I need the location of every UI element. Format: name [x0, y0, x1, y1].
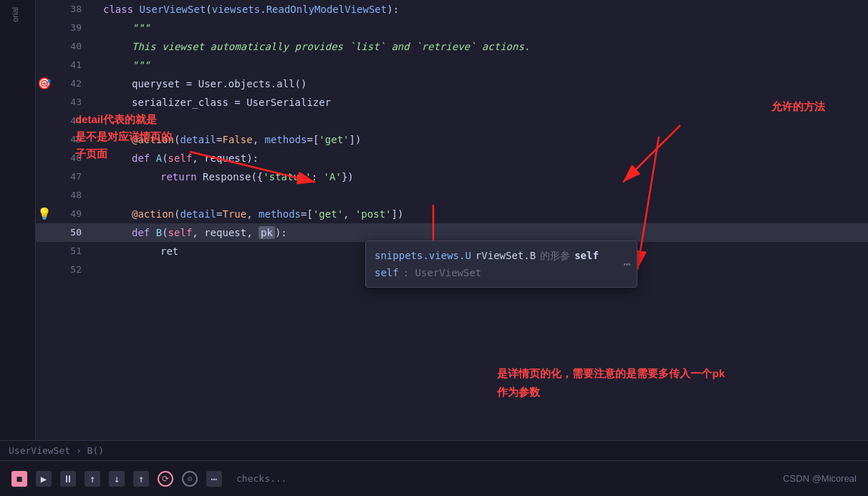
sidebar: orial — [0, 0, 36, 440]
line-num-43: 43 — [53, 93, 96, 112]
download-button[interactable]: ↓ — [109, 471, 125, 487]
line-content-39: """ — [96, 19, 868, 37]
autocomplete-line-1: snippets.views.UrViewSet.B 的形参 self — [375, 247, 628, 264]
line-content-49: @action(detail=True, methods=['get', 'po… — [96, 205, 868, 223]
code-line-48: 48 — [36, 186, 868, 205]
code-line-44: 44 — [36, 112, 868, 130]
stop-button[interactable]: ■ — [11, 471, 27, 487]
code-lines: 38 class UserViewSet(viewsets.ReadOnlyMo… — [36, 0, 868, 279]
app-container: orial — [0, 0, 868, 496]
ac-more-icon: ⋯ — [623, 255, 631, 273]
no-button[interactable]: ⊘ — [182, 471, 198, 487]
line-num-40: 40 — [53, 37, 96, 56]
line-num-49: 49 — [53, 205, 96, 223]
code-line-51: 51 ret snippets.views.UrViewSet.B 的形参 se… — [36, 242, 868, 261]
code-line-43: 43 serializer_class = UserSerializer — [36, 93, 868, 112]
annotation-bottom-right: 是详情页的化，需要注意的是需要多传入一个pk 作为参数 — [497, 364, 725, 401]
line-num-41: 41 — [53, 56, 96, 74]
line-content-41: """ — [96, 56, 868, 74]
reset-button[interactable]: ⟳ — [158, 471, 173, 487]
branding-label: CSDN @Micoreal — [783, 473, 857, 484]
line-icon-42: 🎯 — [36, 74, 53, 93]
more-button[interactable]: ⋯ — [206, 471, 222, 487]
line-icon-49: 💡 — [36, 205, 53, 223]
code-editor[interactable]: detail代表的就是 是不是对应详情页的 子页面 允许的方法 38 class… — [36, 0, 868, 440]
line-content-46: def A(self, request): — [96, 149, 868, 167]
ac-colon: : UserViewSet — [403, 264, 482, 281]
line-content-47: return Response({'status': 'A'}) — [96, 167, 868, 186]
bottom-status-text: checks... — [236, 473, 286, 484]
ac-suffix: 的形参 — [540, 247, 570, 264]
code-line-39: 39 """ — [36, 19, 868, 37]
line-num-50: 50 — [53, 223, 96, 242]
ac-bold: self — [574, 247, 599, 264]
code-line-38: 38 class UserViewSet(viewsets.ReadOnlyMo… — [36, 0, 868, 19]
autocomplete-line-2: self: UserViewSet — [375, 264, 628, 281]
line-num-47: 47 — [53, 167, 96, 186]
code-line-42: 🎯 42 queryset = User.objects.all() — [36, 74, 868, 93]
code-line-45: 45 @action(detail=False, methods=['get']… — [36, 130, 868, 149]
line-content-50: def B(self, request, pk): — [96, 223, 868, 242]
editor-area: orial — [0, 0, 868, 440]
upload-button[interactable]: ↑ — [85, 471, 100, 487]
line-num-39: 39 — [53, 19, 96, 37]
code-line-49: 💡 49 @action(detail=True, methods=['get'… — [36, 205, 868, 223]
status-bar: UserViewSet › B() — [0, 440, 868, 460]
pause-button[interactable]: ⏸ — [60, 471, 76, 487]
line-num-46: 46 — [53, 149, 96, 167]
breadcrumb: UserViewSet › B() — [9, 445, 104, 456]
line-content-45: @action(detail=False, methods=['get']) — [96, 130, 868, 149]
line-num-48: 48 — [53, 186, 96, 205]
code-line-41: 41 """ — [36, 56, 868, 74]
line-num-52: 52 — [53, 261, 96, 279]
ac-self-type: self — [375, 264, 399, 281]
code-line-40: 40 This viewset automatically provides `… — [36, 37, 868, 56]
sidebar-label: orial — [0, 0, 30, 29]
line-num-51: 51 — [53, 242, 96, 261]
line-num-42: 42 — [53, 74, 96, 93]
line-content-42: queryset = User.objects.all() — [96, 74, 868, 93]
upload2-button[interactable]: ↑ — [133, 471, 149, 487]
code-line-46: 46 def A(self, request): — [36, 149, 868, 167]
code-line-47: 47 return Response({'status': 'A'}) — [36, 167, 868, 186]
ac-prefix: snippets.views.U — [375, 247, 471, 264]
line-content-43: serializer_class = UserSerializer — [96, 93, 868, 112]
line-num-45: 45 — [53, 130, 96, 149]
bottom-bar: ■ ▶ ⏸ ↑ ↓ ↑ ⟳ ⊘ ⋯ checks... CSDN @Micore… — [0, 460, 868, 496]
play-button[interactable]: ▶ — [36, 471, 52, 487]
line-content-40: This viewset automatically provides `lis… — [96, 37, 868, 56]
line-num-44: 44 — [53, 112, 96, 130]
line-num-38: 38 — [53, 0, 96, 19]
line-content-38: class UserViewSet(viewsets.ReadOnlyModel… — [96, 0, 868, 19]
autocomplete-popup[interactable]: snippets.views.UrViewSet.B 的形参 self self… — [365, 240, 637, 288]
code-line-50: 50 def B(self, request, pk): — [36, 223, 868, 242]
ac-middle: rViewSet.B — [476, 247, 536, 264]
